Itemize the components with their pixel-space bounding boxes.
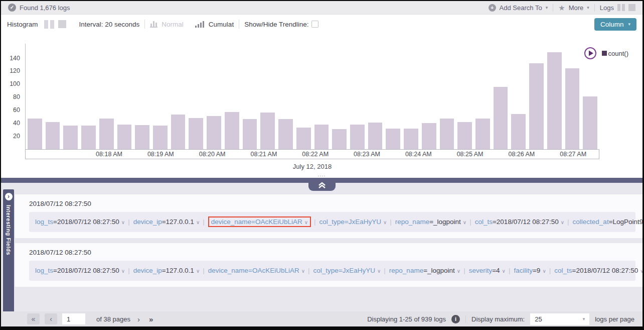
field-chevron-down-icon[interactable]: ∨ xyxy=(383,219,387,225)
field-log_ts[interactable]: log_ts=2018/07/12 08:27:50∨ xyxy=(35,267,125,274)
histogram-bar[interactable] xyxy=(350,125,365,149)
histogram-bar[interactable] xyxy=(404,129,418,149)
status-bar: ✓ Found 1,676 logs + Add Search To ▾ ★ M… xyxy=(1,1,642,15)
page-number-input[interactable] xyxy=(62,313,85,324)
histogram-bar[interactable] xyxy=(314,125,329,149)
field-chevron-down-icon[interactable]: ∨ xyxy=(457,268,460,274)
field-chevron-down-icon[interactable]: ∨ xyxy=(301,268,305,274)
field-device_name[interactable]: device_name=OAcKEiUbLiAR∨ xyxy=(208,267,305,274)
histogram-bar[interactable] xyxy=(99,119,114,149)
field-chevron-down-icon[interactable]: ∨ xyxy=(377,268,381,274)
field-repo_name[interactable]: repo_name=_logpoint∨ xyxy=(389,267,460,274)
field-collected_at[interactable]: collected_at=LogPoint91∨ xyxy=(573,218,642,226)
entry-fields: log_ts=2018/07/12 08:27:50∨|device_ip=12… xyxy=(29,212,635,232)
trendline-checkbox[interactable] xyxy=(311,21,318,28)
histogram-bar[interactable] xyxy=(440,119,454,149)
histogram-bar[interactable] xyxy=(547,52,562,149)
field-chevron-down-icon[interactable]: ∨ xyxy=(463,219,466,225)
histogram-bar[interactable] xyxy=(117,125,132,149)
field-device_name[interactable]: device_name=OAcKEiUbLiAR∨ xyxy=(208,216,311,227)
histogram-bar[interactable] xyxy=(494,87,508,149)
stop-histogram-icon[interactable] xyxy=(58,20,66,28)
field-chevron-down-icon[interactable]: ∨ xyxy=(121,268,125,274)
first-page-button[interactable]: « xyxy=(27,313,40,324)
entry-fields: log_ts=2018/07/12 08:27:50∨|device_ip=12… xyxy=(29,261,635,281)
field-separator: | xyxy=(463,267,465,274)
histogram-bar[interactable] xyxy=(368,123,383,149)
histogram-bar[interactable] xyxy=(332,129,347,149)
histogram-bar[interactable] xyxy=(386,129,400,149)
bar-chart-icon xyxy=(150,21,157,28)
field-device_ip[interactable]: device_ip=127.0.0.1∨ xyxy=(133,267,200,274)
histogram-bar[interactable] xyxy=(565,68,580,149)
stop-logs-icon[interactable] xyxy=(628,4,635,11)
histogram-bar[interactable] xyxy=(278,119,293,149)
display-maximum-select[interactable]: 25 ▾ xyxy=(530,313,589,325)
histogram-bar[interactable] xyxy=(81,126,96,149)
field-chevron-down-icon[interactable]: ∨ xyxy=(542,268,546,274)
histogram-bar[interactable] xyxy=(189,118,203,149)
histogram-bar[interactable] xyxy=(243,119,257,149)
cumulative-mode-button[interactable]: Cumulat xyxy=(195,21,234,28)
y-axis: 20406080100120140 xyxy=(1,44,25,149)
pause-logs-icon[interactable] xyxy=(617,4,625,11)
field-repo_name[interactable]: repo_name=_logpoint∨ xyxy=(395,218,466,226)
histogram-bar[interactable] xyxy=(475,119,490,149)
field-chevron-down-icon[interactable]: ∨ xyxy=(304,219,308,225)
next-page-button[interactable]: › xyxy=(135,315,142,323)
logs-label: Logs xyxy=(600,4,614,12)
divider xyxy=(239,20,239,29)
histogram-bar[interactable] xyxy=(529,63,544,149)
play-button[interactable] xyxy=(584,47,597,60)
divider xyxy=(465,315,466,323)
field-chevron-down-icon[interactable]: ∨ xyxy=(502,268,506,274)
x-axis-band: 08:18 AM08:19 AM08:20 AM08:21 AM08:22 AM… xyxy=(25,149,599,159)
last-page-button[interactable]: » xyxy=(147,315,155,323)
field-facility[interactable]: facility=9∨ xyxy=(514,267,546,274)
normal-mode-button[interactable]: Normal xyxy=(150,21,184,28)
app-window: ✓ Found 1,676 logs + Add Search To ▾ ★ M… xyxy=(0,0,644,330)
column-button[interactable]: Column ▾ xyxy=(594,18,636,31)
info-icon[interactable]: i xyxy=(451,315,460,323)
field-chevron-down-icon[interactable]: ∨ xyxy=(196,268,200,274)
field-chevron-down-icon[interactable]: ∨ xyxy=(640,268,642,274)
prev-page-button[interactable]: ‹ xyxy=(45,313,57,324)
field-device_ip[interactable]: device_ip=127.0.0.1∨ xyxy=(133,218,200,226)
histogram-bar[interactable] xyxy=(28,119,42,149)
histogram-bar[interactable] xyxy=(135,125,149,149)
collapse-toggle-button[interactable]: ···· xyxy=(308,178,336,191)
histogram-bar[interactable] xyxy=(171,115,186,149)
field-separator: | xyxy=(469,218,471,226)
histogram-bar[interactable] xyxy=(457,122,472,149)
field-chevron-down-icon[interactable]: ∨ xyxy=(561,219,564,225)
field-col_ts[interactable]: col_ts=2018/07/12 08:27:50∨ xyxy=(475,218,564,226)
y-tick-label: 100 xyxy=(10,80,20,87)
field-chevron-down-icon[interactable]: ∨ xyxy=(196,219,200,225)
field-col_ts[interactable]: col_ts=2018/07/12 08:27:50∨ xyxy=(554,267,642,274)
histogram-bar[interactable] xyxy=(511,114,526,149)
field-severity[interactable]: severity=4∨ xyxy=(469,267,506,274)
normal-mode-label: Normal xyxy=(162,21,184,28)
histogram-bar[interactable] xyxy=(296,128,311,149)
histogram-bar[interactable] xyxy=(260,113,275,149)
field-col_type[interactable]: col_type=JxEaHyYU∨ xyxy=(319,218,387,226)
histogram-bar[interactable] xyxy=(207,116,221,149)
histogram-bar[interactable] xyxy=(63,126,78,149)
field-chevron-down-icon[interactable]: ∨ xyxy=(121,219,125,225)
field-col_type[interactable]: col_type=JxEaHyYU∨ xyxy=(313,267,381,274)
cumulative-mode-label: Cumulat xyxy=(209,21,234,28)
interesting-fields-panel[interactable]: › Interesting Fields xyxy=(3,189,14,311)
add-search-to-menu[interactable]: + Add Search To ▾ xyxy=(489,4,548,12)
histogram-bar[interactable] xyxy=(153,126,168,149)
histogram-bar[interactable] xyxy=(422,123,436,149)
pause-histogram-icon[interactable] xyxy=(44,20,54,29)
more-menu[interactable]: ★ More ▾ xyxy=(558,4,589,12)
histogram-bar[interactable] xyxy=(225,112,239,149)
chevron-down-icon: ▾ xyxy=(583,316,585,321)
field-log_ts[interactable]: log_ts=2018/07/12 08:27:50∨ xyxy=(35,218,125,226)
histogram-bar[interactable] xyxy=(583,96,597,149)
display-maximum-value: 25 xyxy=(535,315,542,323)
log-entry: 2018/07/12 08:27:50 log_ts=2018/07/12 08… xyxy=(15,243,642,287)
histogram-bar[interactable] xyxy=(46,122,60,149)
date-label: July 12, 2018 xyxy=(25,163,599,170)
